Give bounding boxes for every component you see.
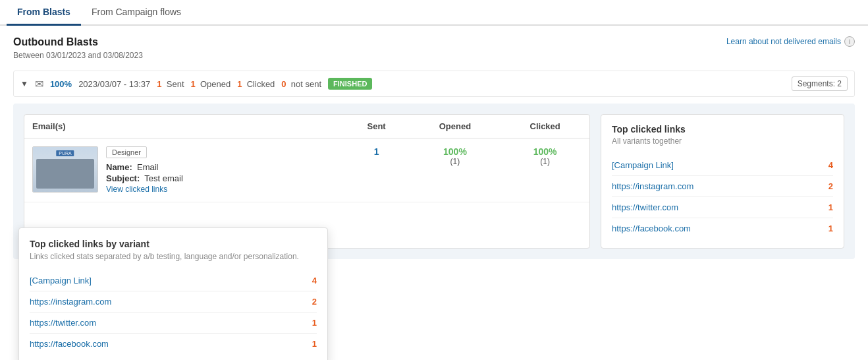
email-icon: ✉: [35, 78, 43, 90]
clicked-pct: 100%: [508, 146, 582, 157]
table-row: PURA Designer Name: Email: [24, 138, 589, 202]
link-url[interactable]: https://twitter.com: [612, 202, 678, 212]
clicked-cell: 100% (1): [501, 138, 589, 202]
clicked-stat: 1 Clicked: [237, 79, 275, 89]
tabs-container: From Blasts From Campaign flows: [0, 0, 868, 26]
link-row: [Campaign Link]4: [612, 155, 833, 176]
not-sent-count: 0: [281, 79, 286, 89]
link-count: 1: [828, 202, 833, 212]
col-clicked: Clicked: [501, 115, 589, 138]
col-emails: Email(s): [24, 115, 344, 138]
top-links-list: [Campaign Link]4https://instagram.com2ht…: [612, 155, 833, 239]
col-sent: Sent: [344, 115, 410, 138]
thumb-logo: PURA: [56, 150, 74, 156]
not-sent-stat: 0 not sent: [281, 79, 321, 89]
clicked-count: 1: [237, 79, 242, 89]
opened-pct: 100%: [418, 146, 493, 157]
sent-stat: 1 Sent: [157, 79, 184, 89]
opened-count: 1: [191, 79, 196, 89]
header-left: Outbound Blasts Between 03/01/2023 and 0…: [13, 36, 143, 60]
popup-subtitle: Links clicked stats separated by a/b tes…: [30, 252, 317, 261]
sent-value: 1: [374, 146, 379, 157]
email-info: Designer Name: Email Subject: Test email: [106, 146, 183, 194]
thumb-image: [36, 159, 94, 189]
timestamp: 2023/03/07 - 13:37: [78, 79, 150, 89]
segments-badge: Segments: 2: [792, 76, 848, 91]
designer-badge: Designer: [106, 146, 147, 158]
view-clicked-links[interactable]: View clicked links: [106, 185, 183, 194]
link-row: https://twitter.com1: [612, 197, 833, 218]
email-table: Email(s) Sent Opened Clicked PURA: [24, 115, 589, 202]
date-range: Between 03/01/2023 and 03/08/2023: [13, 51, 143, 60]
clicked-count-detail: (1): [508, 157, 582, 166]
top-links-subtitle: All variants together: [612, 136, 833, 146]
percentage-badge: 100%: [50, 79, 72, 89]
link-count: 1: [828, 224, 833, 233]
header-row: Outbound Blasts Between 03/01/2023 and 0…: [13, 36, 855, 60]
col-opened: Opened: [410, 115, 501, 138]
email-thumbnail: PURA: [32, 146, 98, 193]
link-url[interactable]: https://instagram.com: [612, 181, 693, 191]
page-title: Outbound Blasts: [13, 36, 143, 48]
learn-link-text: Learn about not delivered emails: [726, 37, 841, 46]
link-count: 4: [828, 160, 833, 170]
email-preview: PURA Designer Name: Email: [32, 146, 336, 194]
sent-count: 1: [157, 79, 161, 89]
email-cell: PURA Designer Name: Email: [24, 138, 344, 202]
campaign-row: ▼ ✉ 100% 2023/03/07 - 13:37 1 Sent 1 Ope…: [13, 71, 855, 97]
popup-title: Top clicked links by variant: [30, 239, 317, 249]
tab-from-campaign-flows[interactable]: From Campaign flows: [81, 0, 192, 24]
learn-link[interactable]: Learn about not delivered emails i: [726, 36, 855, 47]
opened-cell: 100% (1): [410, 138, 501, 202]
email-name: Name: Email: [106, 162, 183, 172]
top-links-panel: Top clicked links All variants together …: [601, 114, 844, 249]
link-count: 2: [828, 181, 833, 191]
top-links-title: Top clicked links: [612, 124, 833, 135]
link-url[interactable]: https://facebook.com: [612, 224, 691, 233]
email-subject: Subject: Test email: [106, 173, 183, 183]
popup-variant-links: Top clicked links by variant Links click…: [18, 227, 328, 270]
info-icon: i: [844, 36, 855, 47]
finished-badge: FINISHED: [328, 78, 372, 90]
sent-cell: 1: [344, 138, 410, 202]
tab-from-blasts[interactable]: From Blasts: [7, 0, 81, 26]
link-url[interactable]: [Campaign Link]: [612, 160, 674, 170]
link-row: https://instagram.com2: [612, 176, 833, 197]
chevron-down-icon[interactable]: ▼: [20, 79, 28, 88]
link-row: https://facebook.com1: [612, 218, 833, 239]
opened-count-detail: (1): [418, 157, 493, 166]
opened-stat: 1 Opened: [191, 79, 231, 89]
